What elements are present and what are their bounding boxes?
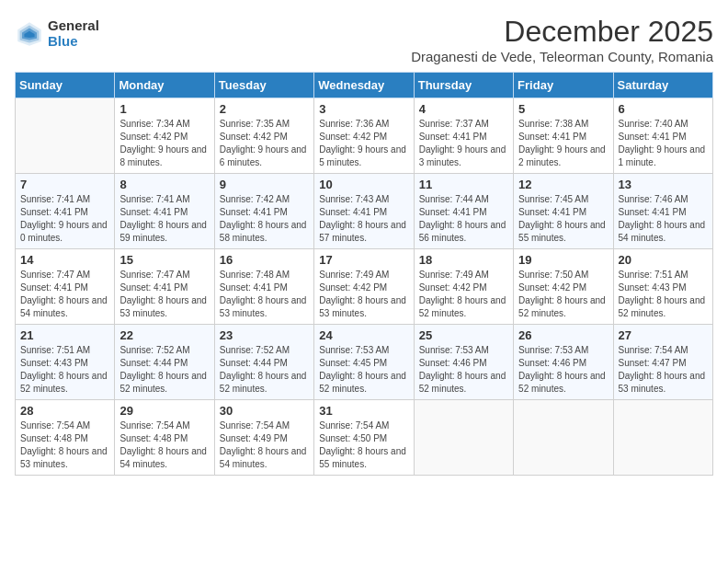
day-detail: Sunrise: 7:40 AMSunset: 4:41 PMDaylight:… (619, 118, 708, 169)
day-detail: Sunrise: 7:54 AMSunset: 4:48 PMDaylight:… (119, 419, 209, 471)
day-detail: Sunrise: 7:48 AMSunset: 4:41 PMDaylight:… (220, 269, 309, 320)
calendar-cell: 11Sunrise: 7:44 AMSunset: 4:41 PMDayligh… (414, 174, 513, 249)
calendar-cell: 1Sunrise: 7:34 AMSunset: 4:42 PMDaylight… (115, 98, 214, 174)
day-detail: Sunrise: 7:38 AMSunset: 4:41 PMDaylight:… (518, 118, 608, 169)
day-header-sunday: Sunday (16, 73, 115, 98)
calendar-cell: 29Sunrise: 7:54 AMSunset: 4:48 PMDayligh… (115, 400, 214, 476)
calendar-cell: 3Sunrise: 7:36 AMSunset: 4:42 PMDaylight… (314, 98, 414, 174)
day-detail: Sunrise: 7:50 AMSunset: 4:42 PMDaylight:… (518, 269, 608, 320)
day-detail: Sunrise: 7:42 AMSunset: 4:41 PMDaylight:… (220, 193, 309, 245)
day-detail: Sunrise: 7:51 AMSunset: 4:43 PMDaylight:… (20, 344, 109, 396)
day-header-monday: Monday (115, 73, 214, 98)
day-number: 24 (319, 328, 408, 342)
page-header: General Blue December 2025 Draganesti de… (15, 15, 713, 64)
day-detail: Sunrise: 7:52 AMSunset: 4:44 PMDaylight:… (220, 344, 309, 396)
week-row-4: 21Sunrise: 7:51 AMSunset: 4:43 PMDayligh… (16, 325, 713, 400)
calendar-cell: 28Sunrise: 7:54 AMSunset: 4:48 PMDayligh… (16, 400, 115, 476)
logo-icon (15, 19, 44, 49)
calendar-cell: 6Sunrise: 7:40 AMSunset: 4:41 PMDaylight… (613, 98, 712, 174)
calendar-cell: 7Sunrise: 7:41 AMSunset: 4:41 PMDaylight… (16, 174, 115, 249)
calendar-table: SundayMondayTuesdayWednesdayThursdayFrid… (15, 72, 713, 476)
calendar-cell: 27Sunrise: 7:54 AMSunset: 4:47 PMDayligh… (613, 325, 712, 400)
day-number: 21 (20, 328, 109, 342)
day-detail: Sunrise: 7:37 AMSunset: 4:41 PMDaylight:… (419, 118, 508, 169)
calendar-cell: 21Sunrise: 7:51 AMSunset: 4:43 PMDayligh… (16, 325, 115, 400)
calendar-cell: 10Sunrise: 7:43 AMSunset: 4:41 PMDayligh… (314, 174, 414, 249)
day-detail: Sunrise: 7:54 AMSunset: 4:50 PMDaylight:… (319, 419, 408, 471)
calendar-cell: 2Sunrise: 7:35 AMSunset: 4:42 PMDaylight… (214, 98, 313, 174)
calendar-cell: 14Sunrise: 7:47 AMSunset: 4:41 PMDayligh… (16, 249, 115, 325)
calendar-cell: 24Sunrise: 7:53 AMSunset: 4:45 PMDayligh… (314, 325, 414, 400)
day-number: 5 (518, 102, 608, 116)
day-detail: Sunrise: 7:34 AMSunset: 4:42 PMDaylight:… (119, 118, 209, 169)
calendar-cell: 31Sunrise: 7:54 AMSunset: 4:50 PMDayligh… (314, 400, 414, 476)
logo: General Blue (15, 18, 99, 49)
day-number: 13 (619, 178, 708, 191)
calendar-cell: 16Sunrise: 7:48 AMSunset: 4:41 PMDayligh… (214, 249, 313, 325)
week-row-5: 28Sunrise: 7:54 AMSunset: 4:48 PMDayligh… (16, 400, 713, 476)
header-row: SundayMondayTuesdayWednesdayThursdayFrid… (16, 73, 713, 98)
logo-text: General Blue (48, 18, 99, 49)
calendar-cell: 22Sunrise: 7:52 AMSunset: 4:44 PMDayligh… (115, 325, 214, 400)
day-number: 22 (119, 328, 209, 342)
day-detail: Sunrise: 7:49 AMSunset: 4:42 PMDaylight:… (319, 269, 408, 320)
logo-blue: Blue (48, 34, 99, 50)
day-detail: Sunrise: 7:36 AMSunset: 4:42 PMDaylight:… (319, 118, 408, 169)
calendar-cell (514, 400, 613, 476)
calendar-cell: 23Sunrise: 7:52 AMSunset: 4:44 PMDayligh… (214, 325, 313, 400)
day-number: 20 (619, 253, 708, 267)
day-number: 26 (518, 328, 608, 342)
day-number: 17 (319, 253, 408, 267)
day-header-thursday: Thursday (414, 73, 513, 98)
location-subtitle: Draganesti de Vede, Teleorman County, Ro… (411, 49, 713, 64)
day-number: 28 (20, 404, 109, 418)
calendar-cell: 30Sunrise: 7:54 AMSunset: 4:49 PMDayligh… (214, 400, 313, 476)
day-detail: Sunrise: 7:44 AMSunset: 4:41 PMDaylight:… (419, 193, 508, 245)
day-detail: Sunrise: 7:54 AMSunset: 4:47 PMDaylight:… (619, 344, 708, 396)
day-number: 25 (419, 328, 508, 342)
day-number: 3 (319, 102, 408, 116)
day-number: 23 (220, 328, 309, 342)
day-detail: Sunrise: 7:43 AMSunset: 4:41 PMDaylight:… (319, 193, 408, 245)
calendar-cell: 17Sunrise: 7:49 AMSunset: 4:42 PMDayligh… (314, 249, 414, 325)
day-detail: Sunrise: 7:53 AMSunset: 4:45 PMDaylight:… (319, 344, 408, 396)
calendar-cell: 26Sunrise: 7:53 AMSunset: 4:46 PMDayligh… (514, 325, 613, 400)
day-detail: Sunrise: 7:35 AMSunset: 4:42 PMDaylight:… (220, 118, 309, 169)
day-detail: Sunrise: 7:51 AMSunset: 4:43 PMDaylight:… (619, 269, 708, 320)
day-detail: Sunrise: 7:53 AMSunset: 4:46 PMDaylight:… (419, 344, 508, 396)
calendar-cell: 4Sunrise: 7:37 AMSunset: 4:41 PMDaylight… (414, 98, 513, 174)
day-header-saturday: Saturday (613, 73, 712, 98)
calendar-cell: 15Sunrise: 7:47 AMSunset: 4:41 PMDayligh… (115, 249, 214, 325)
day-number: 9 (220, 178, 309, 191)
day-number: 18 (419, 253, 508, 267)
calendar-cell: 13Sunrise: 7:46 AMSunset: 4:41 PMDayligh… (613, 174, 712, 249)
day-number: 30 (220, 404, 309, 418)
day-detail: Sunrise: 7:47 AMSunset: 4:41 PMDaylight:… (20, 269, 109, 320)
calendar-cell: 19Sunrise: 7:50 AMSunset: 4:42 PMDayligh… (514, 249, 613, 325)
day-number: 14 (20, 253, 109, 267)
day-detail: Sunrise: 7:46 AMSunset: 4:41 PMDaylight:… (619, 193, 708, 245)
day-detail: Sunrise: 7:52 AMSunset: 4:44 PMDaylight:… (119, 344, 209, 396)
logo-general: General (48, 18, 99, 34)
calendar-cell: 5Sunrise: 7:38 AMSunset: 4:41 PMDaylight… (514, 98, 613, 174)
week-row-3: 14Sunrise: 7:47 AMSunset: 4:41 PMDayligh… (16, 249, 713, 325)
day-number: 12 (518, 178, 608, 191)
day-number: 11 (419, 178, 508, 191)
day-number: 6 (619, 102, 708, 116)
day-detail: Sunrise: 7:53 AMSunset: 4:46 PMDaylight:… (518, 344, 608, 396)
calendar-cell (16, 98, 115, 174)
day-number: 8 (119, 178, 209, 191)
week-row-2: 7Sunrise: 7:41 AMSunset: 4:41 PMDaylight… (16, 174, 713, 249)
day-number: 4 (419, 102, 508, 116)
day-detail: Sunrise: 7:54 AMSunset: 4:48 PMDaylight:… (20, 419, 109, 471)
calendar-cell: 8Sunrise: 7:41 AMSunset: 4:41 PMDaylight… (115, 174, 214, 249)
day-number: 27 (619, 328, 708, 342)
title-block: December 2025 Draganesti de Vede, Teleor… (411, 15, 713, 64)
day-number: 15 (119, 253, 209, 267)
week-row-1: 1Sunrise: 7:34 AMSunset: 4:42 PMDaylight… (16, 98, 713, 174)
day-number: 7 (20, 178, 109, 191)
day-header-tuesday: Tuesday (214, 73, 313, 98)
calendar-cell (613, 400, 712, 476)
day-header-wednesday: Wednesday (314, 73, 414, 98)
day-number: 29 (119, 404, 209, 418)
